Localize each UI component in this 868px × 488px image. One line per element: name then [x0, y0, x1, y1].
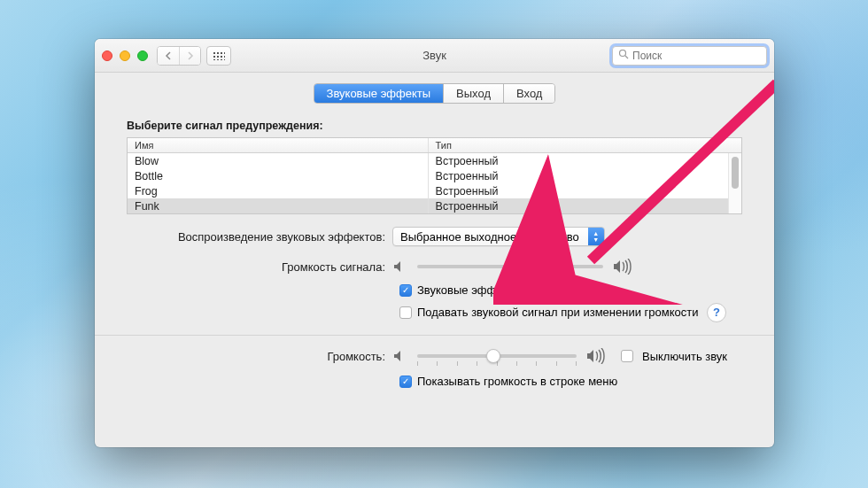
window-controls — [102, 50, 148, 61]
back-button[interactable] — [158, 47, 179, 65]
table-row[interactable]: Funk Встроенный — [128, 198, 741, 213]
speaker-low-icon — [392, 259, 408, 274]
tab-sound-effects[interactable]: Звуковые эффекты — [314, 84, 444, 103]
output-volume-label: Громкость: — [127, 350, 392, 363]
window-title: Звук — [422, 49, 446, 62]
output-volume-slider[interactable] — [417, 348, 577, 364]
checkbox-volume-feedback[interactable] — [399, 306, 412, 319]
tab-output[interactable]: Выход — [443, 84, 503, 103]
alert-volume-slider[interactable] — [417, 259, 603, 275]
help-button[interactable]: ? — [707, 303, 726, 322]
alert-volume-label: Громкость сигнала: — [127, 260, 392, 274]
sound-preferences-window: Звук Звуковые эффекты Выход Вход Выберит… — [95, 39, 774, 447]
svg-point-0 — [620, 50, 626, 57]
svg-line-1 — [625, 56, 628, 58]
content-area: Звуковые эффекты Выход Вход Выберите сиг… — [95, 73, 774, 400]
titlebar: Звук — [95, 39, 774, 73]
search-field[interactable] — [612, 46, 767, 66]
col-header-type[interactable]: Тип — [429, 138, 741, 152]
forward-button[interactable] — [179, 47, 200, 65]
table-row[interactable]: Blow Встроенный — [128, 153, 741, 168]
tab-bar: Звуковые эффекты Выход Вход — [127, 83, 742, 104]
scrollbar[interactable] — [728, 153, 741, 213]
speaker-low-icon — [392, 349, 408, 363]
grid-icon — [213, 51, 225, 60]
search-input[interactable] — [632, 50, 765, 62]
checkbox-volume-feedback-label: Подавать звуковой сигнал при изменении г… — [417, 306, 698, 319]
nav-segment — [157, 46, 201, 66]
minimize-window-button[interactable] — [120, 50, 130, 61]
chevron-up-down-icon: ▲▼ — [588, 228, 604, 245]
checkbox-ui-sounds-label: Звуковые эффекты интерфейса — [417, 283, 590, 297]
checkbox-mute-label: Выключить звук — [642, 350, 727, 363]
effects-device-popup[interactable]: Выбранное выходное устройство ▲▼ — [392, 227, 605, 246]
checkbox-mute[interactable] — [621, 350, 633, 362]
checkbox-ui-sounds[interactable]: ✓ — [399, 284, 412, 297]
table-row[interactable]: Frog Встроенный — [128, 183, 741, 198]
table-row[interactable]: Bottle Встроенный — [128, 168, 741, 183]
divider — [95, 335, 774, 336]
col-header-name[interactable]: Имя — [128, 138, 429, 152]
zoom-window-button[interactable] — [137, 50, 148, 61]
show-all-button[interactable] — [206, 46, 231, 66]
speaker-high-icon — [612, 259, 633, 275]
close-window-button[interactable] — [102, 50, 112, 61]
table-header: Имя Тип — [128, 138, 741, 153]
effects-device-label: Воспроизведение звуковых эффектов: — [127, 230, 392, 244]
search-icon — [618, 49, 629, 62]
alert-heading: Выберите сигнал предупреждения: — [127, 120, 742, 132]
scrollbar-thumb[interactable] — [732, 157, 739, 189]
tab-input[interactable]: Вход — [503, 84, 554, 103]
speaker-high-icon — [585, 348, 607, 364]
checkbox-show-in-menubar-label: Показывать громкость в строке меню — [417, 375, 617, 388]
alert-sound-table: Имя Тип Blow Встроенный Bottle Встроенны… — [127, 137, 742, 214]
checkbox-show-in-menubar[interactable]: ✓ — [399, 376, 412, 388]
